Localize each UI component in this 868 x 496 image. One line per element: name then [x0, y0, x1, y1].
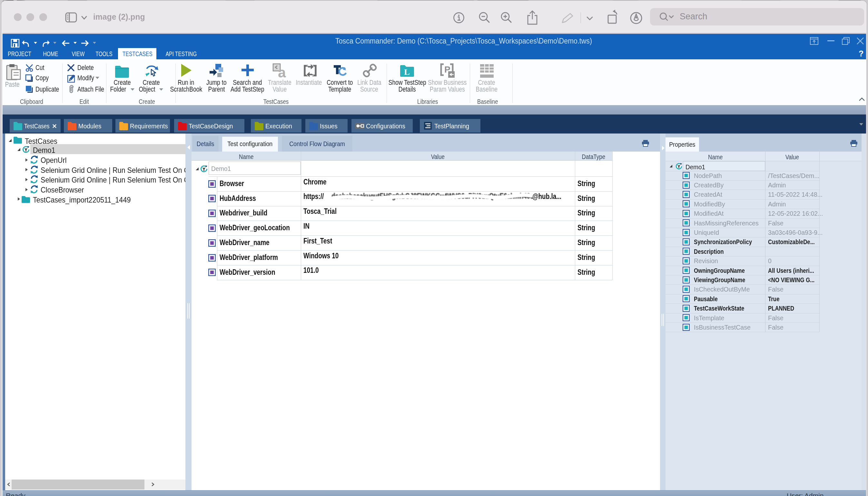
svg-text:a: a	[278, 64, 286, 80]
svg-text:L: L	[404, 67, 410, 77]
